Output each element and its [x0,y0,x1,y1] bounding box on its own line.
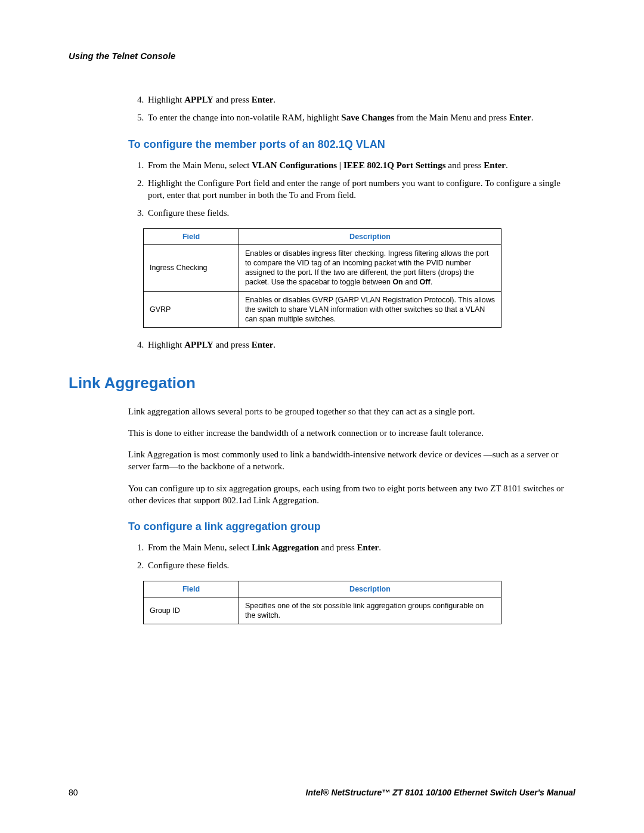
link-agg-fields-table: Field Description Group ID Specifies one… [143,581,501,625]
continued-list-1: Highlight APPLY and press Enter. To ente… [128,94,575,124]
table-header-row: Field Description [144,228,501,244]
bold-text: Link Aggregation [252,543,319,552]
page-number: 80 [69,788,78,797]
continued-list-2: Highlight APPLY and press Enter. [128,339,575,351]
table-header-field: Field [144,581,239,597]
list-item: Highlight the Configure Port field and e… [146,177,575,202]
bold-text: VLAN Configurations | IEEE 802.1Q Port S… [252,160,445,170]
paragraph: You can configure up to six aggregation … [128,482,575,507]
list-item: Configure these fields. [146,207,575,219]
text: From the Main Menu, select [148,160,252,170]
table-row: Ingress Checking Enables or disables ing… [144,244,501,291]
table-header-row: Field Description [144,581,501,597]
table-header-description: Description [239,228,501,244]
text: Enables or disables ingress filter check… [245,249,489,287]
text: and press [319,543,357,552]
table-cell-field: GVRP [144,291,239,328]
content-block-2: Link aggregation allows several ports to… [128,405,575,625]
text: and [403,278,420,286]
table-cell-field: Group ID [144,597,239,624]
bold-text: APPLY [184,340,213,349]
link-agg-steps-list: From the Main Menu, select Link Aggregat… [128,541,575,572]
vlan-steps-list: From the Main Menu, select VLAN Configur… [128,159,575,219]
page-header: Using the Telnet Console [69,51,575,61]
paragraph: This is done to either increase the band… [128,427,575,439]
footer-title: Intel® NetStructure™ ZT 8101 10/100 Ethe… [306,788,575,797]
table-cell-desc: Specifies one of the six possible link a… [239,597,501,624]
table-cell-desc: Enables or disables ingress filter check… [239,244,501,291]
text: . [273,340,275,349]
table-header-description: Description [239,581,501,597]
text: . [531,113,534,122]
bold-text: Enter [509,113,531,122]
heading-link-aggregation: Link Aggregation [69,374,575,392]
bold-text: Enter [252,340,274,349]
list-item: Configure these fields. [146,559,575,571]
text: . [273,95,275,104]
bold-text: APPLY [184,95,213,104]
text: To enter the change into non-volatile RA… [148,113,341,122]
text: Highlight [148,95,184,104]
page-footer: 80 Intel® NetStructure™ ZT 8101 10/100 E… [69,788,575,797]
subheading-vlan: To configure the member ports of an 802.… [128,138,575,151]
bold-text: Enter [357,543,379,552]
text: . [379,543,381,552]
paragraph: Link aggregation allows several ports to… [128,405,575,417]
text: . [431,278,432,286]
text: from the Main Menu and press [394,113,509,122]
table-cell-field: Ingress Checking [144,244,239,291]
list-item: Highlight APPLY and press Enter. [146,94,575,106]
bold-text: Enter [484,160,506,170]
bold-text: On [392,278,402,286]
table-header-field: Field [144,228,239,244]
list-item: To enter the change into non-volatile RA… [146,112,575,123]
table-row: GVRP Enables or disables GVRP (GARP VLAN… [144,291,501,328]
text: and press [446,160,484,170]
content-block-1: Highlight APPLY and press Enter. To ente… [128,94,575,351]
text: Highlight [148,340,184,349]
paragraph: Link Aggregation is most commonly used t… [128,448,575,473]
list-item: Highlight APPLY and press Enter. [146,339,575,351]
subheading-link-agg-group: To configure a link aggregation group [128,521,575,533]
bold-text: Enter [252,95,274,104]
table-row: Group ID Specifies one of the six possib… [144,597,501,624]
bold-text: Save Changes [341,113,394,122]
text: From the Main Menu, select [148,543,252,552]
text: and press [213,340,252,349]
text: . [506,160,508,170]
table-cell-desc: Enables or disables GVRP (GARP VLAN Regi… [239,291,501,328]
vlan-fields-table: Field Description Ingress Checking Enabl… [143,228,501,329]
list-item: From the Main Menu, select VLAN Configur… [146,159,575,171]
text: and press [213,95,252,104]
bold-text: Off [420,278,431,286]
list-item: From the Main Menu, select Link Aggregat… [146,541,575,553]
